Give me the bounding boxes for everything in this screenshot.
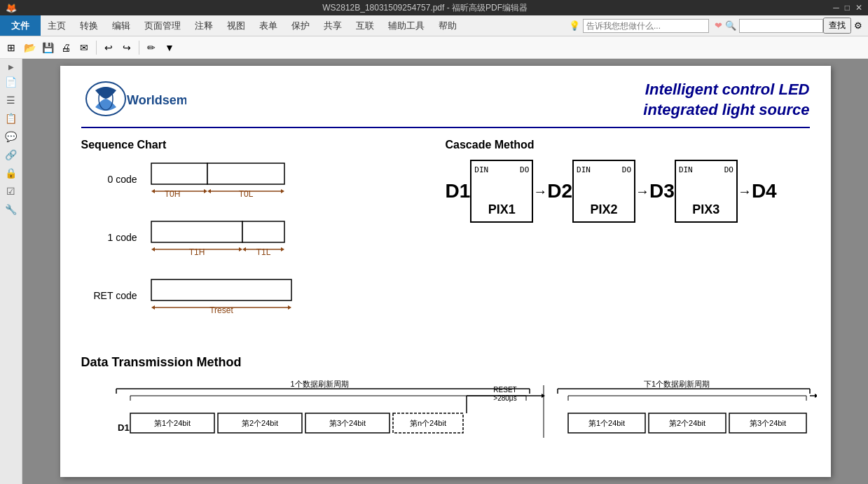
svg-text:第3个24bit: 第3个24bit — [750, 419, 786, 427]
pix1-name: PIX1 — [488, 202, 516, 217]
svg-text:第3个24bit: 第3个24bit — [329, 419, 366, 427]
tell-me-input[interactable] — [583, 19, 709, 33]
toolbar-separator-2 — [139, 41, 139, 55]
tb-dropdown-icon[interactable]: ▼ — [161, 39, 178, 56]
pix3-box: DIN DO PIX3 — [675, 160, 738, 223]
menu-tools[interactable]: 辅助工具 — [381, 15, 432, 36]
menu-help[interactable]: 帮助 — [432, 15, 464, 36]
pix2-do: DO — [622, 165, 631, 174]
sidebar-attachment-icon[interactable]: 🔗 — [3, 146, 20, 163]
minimize-btn[interactable]: ─ — [833, 3, 839, 13]
svg-marker-25 — [151, 305, 155, 310]
main-layout: ▶ 📄 ☰ 📋 💬 🔗 🔒 ☑ 🔧 Worlds — [0, 59, 868, 484]
menu-comment[interactable]: 注释 — [188, 15, 220, 36]
svg-text:第1个24bit: 第1个24bit — [588, 419, 625, 427]
svg-text:T0L: T0L — [238, 189, 253, 198]
sidebar-lock-icon[interactable]: 🔒 — [3, 165, 20, 181]
svg-text:1个数据刷新周期: 1个数据刷新周期 — [290, 380, 348, 388]
svg-text:下1个数据刷新周期: 下1个数据刷新周期 — [643, 380, 709, 388]
header-title: Intelligent control LED integrated light… — [643, 80, 809, 120]
tb-undo-icon[interactable]: ↩ — [100, 39, 117, 56]
menu-view[interactable]: 视图 — [220, 15, 252, 36]
svg-marker-26 — [288, 305, 291, 310]
page-header: Worldsemi Intelligent control LED integr… — [81, 80, 810, 120]
svg-text:RESET: RESET — [493, 386, 516, 394]
pix1-ports: DIN DO — [474, 165, 529, 174]
timing-svg-0code: T0H T0L — [144, 160, 298, 198]
close-btn[interactable]: ✕ — [855, 3, 862, 13]
sidebar-tools-icon[interactable]: 🔧 — [3, 201, 20, 218]
window-title: WS2812B_18031509254757.pdf - 福昕高级PDF编辑器 — [17, 2, 833, 14]
tb-home-icon[interactable]: ⊞ — [3, 39, 20, 56]
svg-text:Worldsemi: Worldsemi — [127, 93, 186, 107]
timing-row-retcode: RET code Treset — [81, 276, 431, 314]
svg-marker-20 — [242, 247, 246, 251]
tb-print-icon[interactable]: 🖨 — [57, 39, 74, 56]
arrow1: → — [533, 184, 547, 200]
cascade-title: Cascade Method — [445, 139, 809, 151]
tb-edit-icon[interactable]: ✏ — [143, 39, 160, 56]
tb-email-icon[interactable]: ✉ — [76, 39, 92, 56]
logo-area: Worldsemi — [81, 80, 186, 118]
cascade-section: Cascade Method D1 DIN DO PIX1 — [445, 139, 809, 223]
svg-text:第2个24bit: 第2个24bit — [669, 419, 705, 427]
tb-redo-icon[interactable]: ↪ — [118, 39, 135, 56]
menu-convert[interactable]: 转换 — [73, 15, 105, 36]
sidebar-fields-icon[interactable]: ☑ — [3, 183, 20, 200]
sidebar-comment-icon[interactable]: 💬 — [3, 128, 20, 145]
svg-text:>280μs: >280μs — [493, 394, 516, 402]
pix1-din: DIN — [474, 165, 488, 174]
svg-text:Treset: Treset — [209, 305, 233, 314]
search-button[interactable]: 查找 — [823, 18, 851, 34]
pix3-do: DO — [724, 165, 733, 174]
sidebar-page-icon[interactable]: 📄 — [3, 74, 20, 90]
menu-connect[interactable]: 互联 — [349, 15, 381, 36]
header-underline — [81, 127, 810, 128]
svg-marker-7 — [204, 189, 207, 193]
toolbar: ⊞ 📂 💾 🖨 ✉ ↩ ↪ ✏ ▼ — [0, 36, 868, 59]
timing-row-1code: 1 code T1H — [81, 218, 431, 256]
menu-form[interactable]: 表单 — [252, 15, 284, 36]
svg-marker-64 — [815, 394, 817, 398]
arrow3: → — [738, 184, 752, 200]
sidebar-layers-icon[interactable]: 📋 — [3, 110, 20, 127]
svg-marker-21 — [281, 247, 284, 251]
svg-rect-3 — [151, 163, 207, 184]
d4-label: D4 — [752, 180, 777, 202]
menubar: 文件 主页 转换 编辑 页面管理 注释 视图 表单 保护 共享 互联 辅助工具 … — [0, 15, 868, 36]
svg-text:第n个24bit: 第n个24bit — [410, 419, 446, 427]
svg-text:T1L: T1L — [256, 247, 270, 256]
menu-page-mgmt[interactable]: 页面管理 — [137, 15, 188, 36]
code-label-1: 1 code — [81, 232, 137, 243]
tb-open-icon[interactable]: 📂 — [21, 39, 38, 56]
svg-marker-10 — [207, 189, 211, 193]
d1-label: D1 — [445, 180, 470, 202]
menu-file[interactable]: 文件 — [0, 15, 41, 36]
sequence-chart-section: Sequence Chart 0 code — [81, 139, 431, 334]
svg-rect-13 — [151, 221, 242, 242]
svg-marker-6 — [151, 189, 155, 193]
menu-share[interactable]: 共享 — [317, 15, 349, 36]
svg-marker-17 — [239, 247, 242, 251]
content-columns: Sequence Chart 0 code — [81, 139, 810, 334]
sequence-chart-title: Sequence Chart — [81, 139, 431, 151]
toolbar-separator-1 — [96, 41, 97, 55]
sidebar-collapse-arrow[interactable]: ▶ — [7, 62, 15, 72]
sidebar-bookmark-icon[interactable]: ☰ — [3, 92, 20, 109]
svg-text:T1H: T1H — [188, 247, 205, 256]
d3-label: D3 — [649, 180, 675, 202]
menu-home[interactable]: 主页 — [41, 15, 73, 36]
pix2-box: DIN DO PIX2 — [572, 160, 635, 223]
page-area[interactable]: Worldsemi Intelligent control LED integr… — [22, 59, 868, 484]
pix3-din: DIN — [679, 165, 693, 174]
tb-save-icon[interactable]: 💾 — [39, 39, 56, 56]
code-label-0: 0 code — [81, 174, 137, 185]
data-transmission-title: Data Transmission Method — [81, 355, 810, 370]
menu-edit[interactable]: 编辑 — [105, 15, 137, 36]
d2-label: D2 — [547, 180, 572, 202]
titlebar: 🦊 WS2812B_18031509254757.pdf - 福昕高级PDF编辑… — [0, 0, 868, 15]
search-input[interactable] — [739, 19, 823, 33]
menu-protect[interactable]: 保护 — [284, 15, 317, 36]
maximize-btn[interactable]: □ — [845, 3, 850, 13]
data-transmission-svg: 1个数据刷新周期 D1 第1个24bit 第2个24bit — [81, 378, 817, 441]
